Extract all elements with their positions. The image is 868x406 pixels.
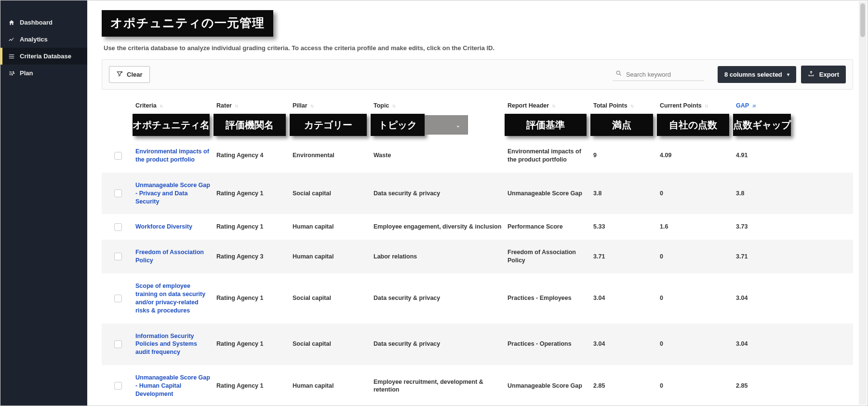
- row-checkbox[interactable]: [114, 152, 122, 160]
- row-checkbox[interactable]: [114, 340, 122, 348]
- cell-gap: 2.85: [736, 382, 794, 390]
- table-row: Unmanageable Score Gap - Privacy and Dat…: [102, 173, 853, 215]
- columns-select-label: 8 columns selected: [724, 71, 782, 78]
- cell-report-header: Practices - Employees: [507, 294, 589, 302]
- scrollbar-track[interactable]: [859, 1, 867, 405]
- overlay-current-points: 自社の点数: [657, 114, 729, 136]
- cell-topic: Data security & privacy: [374, 340, 504, 348]
- sidebar-item-dashboard[interactable]: Dashboard: [0, 14, 87, 31]
- cell-rater: Rating Agency 3: [216, 253, 289, 261]
- cell-topic: Data security & privacy: [374, 189, 504, 198]
- scrollbar-thumb[interactable]: [860, 3, 865, 37]
- criteria-link[interactable]: Unmanageable Score Gap - Privacy and Dat…: [135, 181, 213, 206]
- cell-pillar: Human capital: [293, 382, 370, 390]
- table-body: Environmental impacts of the product por…: [102, 139, 853, 406]
- th-criteria[interactable]: Criteria↑↓: [135, 102, 213, 109]
- svg-point-3: [13, 71, 14, 72]
- export-icon: [808, 70, 815, 79]
- sidebar-item-label: Plan: [20, 69, 33, 77]
- criteria-link[interactable]: Scope of employee training on data secur…: [135, 282, 213, 315]
- cell-total-points: 3.71: [593, 253, 656, 261]
- th-rater[interactable]: Rater↑↓: [216, 102, 289, 109]
- th-topic[interactable]: Topic↑↓: [374, 102, 504, 109]
- cell-gap: 3.73: [736, 223, 794, 231]
- cell-rater: Rating Agency 1: [216, 340, 289, 348]
- cell-total-points: 3.8: [593, 189, 656, 198]
- cell-report-header: Environmental impacts of the product por…: [507, 148, 589, 164]
- th-total-points[interactable]: Total Points↑↓: [593, 102, 656, 109]
- cell-total-points: 5.33: [593, 223, 656, 231]
- cell-report-header: Practices - Operations: [507, 340, 589, 348]
- overlay-gap: 点数ギャップ: [733, 114, 791, 136]
- sort-icon: ↑↓: [310, 103, 313, 108]
- sidebar-item-label: Criteria Database: [20, 53, 71, 60]
- sidebar: Dashboard Analytics Criteria Database Pl…: [0, 0, 87, 406]
- export-button[interactable]: Export: [801, 66, 846, 83]
- sort-icon: ↑↓: [552, 103, 555, 108]
- th-current-points[interactable]: Current Points↑↓: [660, 102, 732, 109]
- plan-icon: [8, 70, 15, 77]
- cell-topic: Data security & privacy: [374, 294, 504, 302]
- table-row: Workforce Diversity Rating Agency 1 Huma…: [102, 214, 853, 240]
- th-report-header[interactable]: Report Header↑↓: [507, 102, 589, 109]
- sort-icon: ↑↓: [705, 103, 708, 108]
- criteria-link[interactable]: Environmental impacts of the product por…: [135, 148, 213, 164]
- th-pillar[interactable]: Pillar↑↓: [293, 102, 370, 109]
- criteria-link[interactable]: Information Security Policies and System…: [135, 332, 213, 357]
- sidebar-item-analytics[interactable]: Analytics: [0, 31, 87, 48]
- overlay-rater: 評価機関名: [214, 114, 286, 136]
- sort-icon: ↑↓: [160, 103, 162, 108]
- overlay-pillar: カテゴリー: [290, 114, 367, 136]
- sidebar-item-label: Dashboard: [20, 19, 53, 26]
- chevron-down-icon: ▾: [787, 72, 789, 77]
- page-title: オポチュニティの一元管理: [102, 10, 273, 37]
- cell-pillar: Human capital: [293, 223, 370, 231]
- search-input-wrap[interactable]: [613, 68, 704, 81]
- cell-topic: Employee engagement, diversity & inclusi…: [374, 223, 504, 231]
- sidebar-item-plan[interactable]: Plan: [0, 65, 87, 81]
- chevron-down-icon: ⌄: [455, 122, 461, 129]
- svg-point-4: [13, 73, 14, 74]
- cell-current-points: 0: [660, 294, 732, 302]
- criteria-link[interactable]: Workforce Diversity: [135, 223, 213, 231]
- criteria-table: Criteria↑↓ Rater↑↓ Pillar↑↓ Topic↑↓ Repo…: [102, 95, 853, 406]
- cell-report-header: Freedom of Association Policy: [507, 248, 589, 265]
- search-input[interactable]: [626, 71, 701, 78]
- home-icon: [8, 19, 15, 26]
- cell-gap: 3.8: [736, 189, 794, 198]
- sort-desc-icon: ↓≡: [752, 103, 755, 108]
- overlay-topic: トピック: [371, 114, 425, 136]
- cell-rater: Rating Agency 1: [216, 189, 289, 198]
- criteria-link[interactable]: Freedom of Association Policy: [135, 248, 213, 265]
- clear-label: Clear: [127, 71, 143, 78]
- cell-gap: 3.04: [736, 340, 794, 348]
- cell-pillar: Social capital: [293, 340, 370, 348]
- row-checkbox[interactable]: [114, 382, 122, 390]
- row-checkbox[interactable]: [114, 189, 122, 197]
- row-checkbox[interactable]: [114, 295, 122, 302]
- cell-report-header: Unmanageable Score Gap: [507, 189, 589, 198]
- sort-icon: ↑↓: [392, 103, 395, 108]
- sort-icon: ↑↓: [235, 103, 238, 108]
- cell-total-points: 3.04: [593, 340, 656, 348]
- cell-total-points: 3.04: [593, 294, 656, 302]
- overlay-criteria: オポチュニティ名: [133, 114, 210, 136]
- cell-topic: Labor relations: [374, 253, 504, 261]
- sort-icon: ↑↓: [630, 103, 633, 108]
- clear-button[interactable]: Clear: [109, 66, 150, 83]
- columns-select-button[interactable]: 8 columns selected ▾: [718, 66, 796, 83]
- th-gap[interactable]: GAP↓≡: [736, 102, 794, 109]
- row-checkbox[interactable]: [114, 223, 122, 231]
- cell-topic: Employee recruitment, development & rete…: [374, 378, 504, 394]
- filter-clear-icon: [116, 70, 123, 79]
- overlay-topic-dropdown[interactable]: ⌄: [425, 115, 468, 135]
- criteria-link[interactable]: Unmanageable Score Gap - Human Capital D…: [135, 374, 213, 398]
- sidebar-item-criteria-database[interactable]: Criteria Database: [0, 48, 87, 65]
- svg-rect-2: [9, 57, 14, 58]
- svg-point-5: [12, 74, 13, 75]
- database-icon: [8, 53, 15, 60]
- row-checkbox[interactable]: [114, 253, 122, 260]
- cell-current-points: 0: [660, 189, 732, 198]
- cell-current-points: 0: [660, 382, 732, 390]
- cell-report-header: Unmanageable Score Gap: [507, 382, 589, 390]
